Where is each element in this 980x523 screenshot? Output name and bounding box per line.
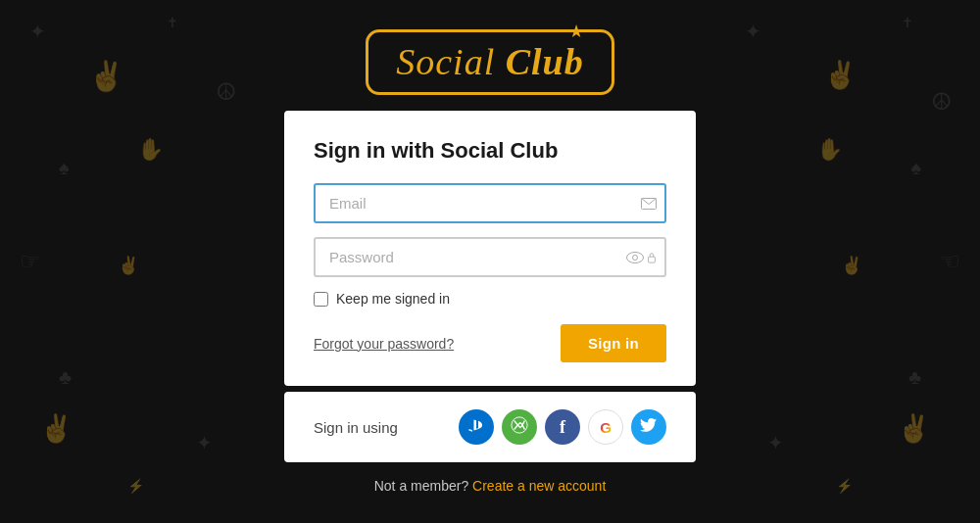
email-input[interactable] <box>314 183 666 223</box>
signin-card: Sign in with Social Club <box>284 111 696 386</box>
deco-icon: ✝ <box>167 15 178 30</box>
password-icon <box>626 252 657 263</box>
social-icons: f G <box>459 409 666 445</box>
svg-point-2 <box>633 255 638 260</box>
logo-social: Social <box>396 41 495 82</box>
deco-icon: ☮ <box>931 88 953 116</box>
svg-rect-3 <box>649 257 656 262</box>
keep-signed-label: Keep me signed in <box>336 291 450 307</box>
deco-icon: ♠ <box>910 157 921 179</box>
deco-icon: ✌ <box>88 59 124 93</box>
playstation-signin-button[interactable] <box>459 409 494 445</box>
deco-icon: ♣ <box>59 366 72 389</box>
not-member-text: Not a member? <box>374 478 468 494</box>
playstation-icon <box>467 416 485 438</box>
password-input[interactable] <box>314 237 666 277</box>
page-wrapper: ★ Social Club Sign in with Social Club <box>284 29 696 495</box>
logo-club: Club <box>506 41 584 82</box>
svg-point-1 <box>627 252 644 262</box>
svg-point-4 <box>512 417 527 433</box>
logo-box: ★ Social Club <box>366 29 614 96</box>
forgot-password-link[interactable]: Forgot your password? <box>314 336 454 352</box>
google-signin-button[interactable]: G <box>588 409 623 445</box>
deco-icon: ⚡ <box>836 478 853 494</box>
social-signin-card: Sign in using <box>284 392 696 462</box>
actions-row: Forgot your password? Sign in <box>314 324 666 362</box>
logo-container: ★ Social Club <box>366 29 614 96</box>
facebook-signin-button[interactable]: f <box>545 409 580 445</box>
twitter-icon <box>640 418 658 437</box>
deco-icon: ☮ <box>216 78 237 106</box>
deco-icon: ✦ <box>196 431 213 454</box>
keep-signed-checkbox[interactable] <box>314 292 328 307</box>
create-account-link[interactable]: Create a new account <box>472 478 606 494</box>
deco-icon: ⚡ <box>127 478 144 494</box>
deco-icon: ♣ <box>908 366 921 389</box>
deco-icon: ✦ <box>745 20 761 43</box>
twitter-signin-button[interactable] <box>631 409 666 445</box>
keep-signed-row: Keep me signed in <box>314 291 666 307</box>
email-icon <box>641 198 657 210</box>
xbox-signin-button[interactable] <box>502 409 537 445</box>
deco-icon: ☞ <box>939 248 960 275</box>
logo-text: Social Club <box>396 42 584 83</box>
deco-icon: ✦ <box>767 431 784 454</box>
deco-icon: ✌ <box>841 255 862 276</box>
deco-icon: ✦ <box>29 20 46 43</box>
deco-icon: ✌ <box>118 255 139 276</box>
deco-icon: ✌ <box>39 412 74 445</box>
signin-title: Sign in with Social Club <box>314 138 666 164</box>
deco-icon: ✋ <box>816 137 843 163</box>
password-wrapper <box>314 237 666 277</box>
google-icon: G <box>600 419 612 436</box>
logo-star: ★ <box>568 21 584 42</box>
signin-button[interactable]: Sign in <box>561 324 666 362</box>
deco-icon: ✌ <box>823 59 858 91</box>
deco-icon: ✝ <box>902 15 913 30</box>
xbox-icon <box>511 416 528 438</box>
deco-icon: ✌ <box>897 412 931 445</box>
not-member-row: Not a member? Create a new account <box>374 478 607 494</box>
facebook-icon: f <box>560 417 565 438</box>
deco-icon: ✋ <box>137 137 164 163</box>
social-signin-label: Sign in using <box>314 419 398 436</box>
email-wrapper <box>314 183 666 223</box>
deco-icon: ♠ <box>59 157 70 179</box>
deco-icon: ☞ <box>20 248 41 275</box>
